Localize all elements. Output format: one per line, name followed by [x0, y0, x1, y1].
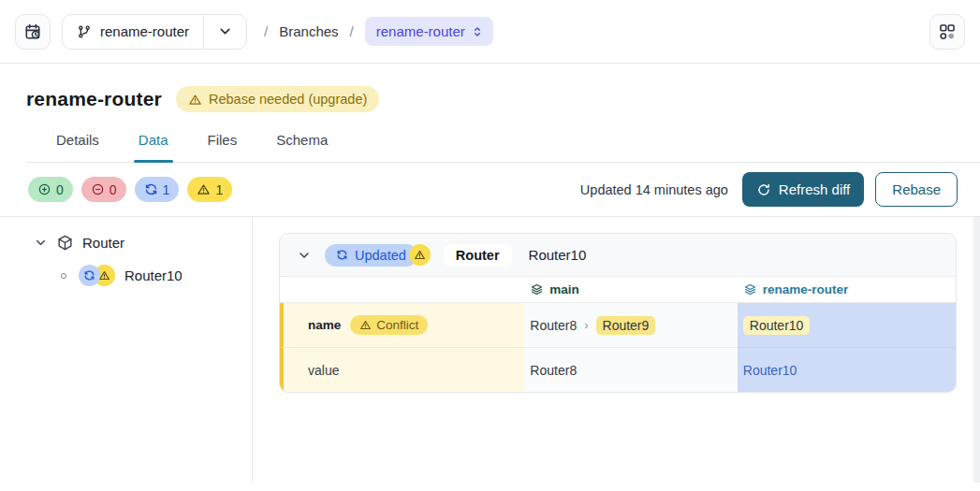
circle-plus-icon [37, 182, 51, 196]
conflict-badge-label: Conflict [376, 318, 418, 332]
sync-icon [336, 249, 348, 261]
alert-triangle-icon [359, 319, 372, 331]
chevrons-up-down-icon [471, 25, 484, 38]
updated-count: 1 [163, 182, 170, 197]
updated-status-label: Updated [355, 248, 406, 263]
last-updated-text: Updated 14 minutes ago [580, 182, 728, 197]
git-branch-icon [77, 24, 92, 39]
breadcrumb-separator: / [350, 23, 354, 39]
base-value-cell: Router8 › Router9 [524, 303, 737, 348]
page-header: rename-router Rebase needed (upgrade) De… [0, 64, 980, 163]
diff-main-area: Updated Router Router10 main [253, 217, 980, 483]
conflict-badge: Conflict [350, 315, 428, 335]
diff-toolbar: 0 0 1 1 Updated 14 minutes ago Refresh d… [0, 163, 980, 217]
compare-branch-label: rename-router [763, 282, 849, 296]
compare-value-cell: Router10 [738, 348, 956, 392]
alert-triangle-icon [188, 93, 202, 107]
added-count-badge: 0 [28, 177, 73, 202]
diff-panel: Updated Router Router10 main [279, 233, 957, 393]
tree-item-router10[interactable]: Router10 [34, 265, 252, 286]
object-name: Router10 [529, 247, 587, 263]
alert-triangle-icon [197, 182, 211, 196]
layers-stack-icon [743, 282, 757, 296]
updated-count-badge: 1 [135, 177, 180, 202]
breadcrumb-branches-link[interactable]: Branches [279, 23, 338, 39]
diagram-nodes-icon [938, 22, 957, 41]
breadcrumb-separator: / [264, 23, 268, 39]
chevron-down-icon [217, 23, 233, 39]
tab-data[interactable]: Data [139, 132, 168, 162]
added-count: 0 [56, 182, 64, 197]
compare-branch-column-header: rename-router [738, 277, 956, 303]
sync-icon [144, 182, 158, 196]
base-value-cell: Router8 [524, 348, 737, 392]
compare-value: Router10 [743, 363, 797, 378]
tab-files[interactable]: Files [208, 132, 238, 162]
updated-status-badge: Updated [325, 244, 417, 267]
field-name: name [308, 318, 341, 332]
page-title: rename-router [26, 88, 162, 110]
base-branch-label: main [549, 282, 579, 296]
tree-item-router-label: Router [82, 235, 124, 251]
base-new-value-chip: Router9 [596, 316, 656, 335]
object-type-badge: Router [444, 244, 512, 267]
field-cell: value [280, 348, 524, 392]
chevron-down-icon[interactable] [297, 248, 312, 263]
diff-row-value: value Router8 Router10 [280, 348, 956, 392]
tree-item-router[interactable]: Router [34, 234, 252, 252]
conflict-count-badge: 1 [187, 177, 232, 202]
compare-value-chip: Router10 [743, 316, 811, 335]
tab-bar: Details Data Files Schema [26, 132, 980, 163]
field-cell: name Conflict [280, 303, 524, 348]
history-button[interactable] [15, 14, 51, 50]
calendar-clock-icon [23, 22, 42, 41]
sync-icon [83, 269, 95, 282]
diff-panel-header[interactable]: Updated Router Router10 [280, 234, 956, 277]
alert-triangle-icon [414, 249, 426, 261]
breadcrumb-branch-dropdown[interactable]: rename-router [365, 17, 493, 46]
branch-selector-label: rename-router [100, 23, 189, 39]
updated-dot-badge [79, 265, 100, 286]
tab-details[interactable]: Details [56, 132, 99, 162]
cube-icon [56, 234, 74, 252]
field-column-header [280, 277, 524, 303]
rebase-needed-label: Rebase needed (upgrade) [209, 92, 367, 107]
conflict-count: 1 [215, 182, 223, 197]
branch-selector[interactable]: rename-router [62, 14, 247, 50]
tree-bullet-icon [61, 273, 66, 279]
breadcrumb-branch-label: rename-router [376, 23, 465, 39]
refresh-diff-button[interactable]: Refresh diff [742, 172, 864, 207]
refresh-icon [756, 182, 771, 197]
workspace-apps-button[interactable] [929, 14, 965, 50]
vertical-scrollbar[interactable] [973, 217, 980, 483]
layers-stack-icon [530, 282, 544, 296]
branch-selector-caret[interactable] [203, 15, 246, 49]
circle-minus-icon [91, 182, 105, 196]
diff-stats: 0 0 1 1 [28, 177, 232, 202]
conflict-dot-badge [409, 244, 431, 266]
diff-table-header: main rename-router [280, 277, 956, 303]
refresh-diff-label: Refresh diff [779, 181, 850, 197]
change-arrow: › [584, 318, 588, 332]
object-tree-sidebar: Router Router10 [0, 217, 253, 483]
rebase-needed-badge: Rebase needed (upgrade) [176, 86, 379, 112]
tree-item-router10-label: Router10 [124, 267, 183, 283]
base-value: Router8 [530, 363, 577, 378]
removed-count: 0 [110, 182, 117, 197]
base-branch-column-header: main [524, 277, 737, 303]
chevron-down-icon[interactable] [34, 236, 48, 250]
branch-selector-main[interactable]: rename-router [63, 15, 203, 49]
rebase-button[interactable]: Rebase [875, 172, 958, 207]
tree-item-status-badges [79, 265, 115, 286]
tab-schema[interactable]: Schema [276, 132, 328, 162]
diff-row-name: name Conflict Router8 › Router9 Router10 [280, 303, 956, 348]
removed-count-badge: 0 [81, 177, 126, 202]
compare-value-cell: Router10 [738, 303, 956, 348]
field-name: value [308, 363, 339, 378]
top-bar: rename-router / Branches / rename-router [0, 0, 980, 64]
content-area: Router Router10 [0, 217, 980, 483]
base-old-value: Router8 [530, 318, 577, 333]
breadcrumb: / Branches / rename-router [264, 17, 493, 46]
